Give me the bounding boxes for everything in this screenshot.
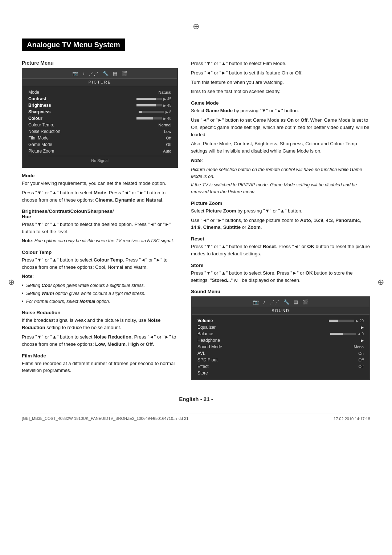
sound-label-store: Store: [197, 370, 208, 376]
colour-bar: [136, 117, 162, 119]
sound-icon-list: ▤: [294, 299, 298, 305]
reset-bold: Reset: [263, 244, 276, 249]
menu-icon-picture: 📷: [72, 71, 78, 76]
menu-label-picturezoom: Picture Zoom: [28, 149, 54, 154]
menu-label-colourtemp: Colour Temp.: [28, 122, 54, 127]
menu-row-filmmode: Film Mode Off: [28, 135, 171, 141]
menu-value-filmmode: Off: [166, 136, 171, 140]
store-heading: Store: [191, 263, 370, 268]
menu-row-noisereduction: Noise Reduction Low: [28, 128, 171, 135]
menu-bar-brightness: ▶ 45: [136, 104, 171, 108]
sound-screen-body: Volume ▶ 20 Equalizer ▶ Balance: [192, 315, 369, 379]
sound-label-avl: AVL: [197, 351, 205, 356]
colour-note-label-p: Note:: [22, 273, 178, 280]
menu-bar-colour: ▶ 40: [136, 117, 171, 121]
colour-temp-p1: Press "▼" or "▲" button to select Colour…: [22, 256, 178, 271]
footer-right: 17.02.2010 14:17:18: [334, 417, 370, 421]
noise-medium: Medium: [107, 341, 126, 347]
menu-icon-tools: 🔧: [103, 71, 109, 76]
contrast-bar: [136, 98, 162, 100]
sound-screen-title: SOUND: [192, 307, 369, 315]
reset-heading: Reset: [191, 236, 370, 242]
page-footer: [GB]_MB35_COST_40882W-1810UK_PANEUIDTV_B…: [22, 413, 370, 421]
stored-bold: Stored...: [212, 278, 231, 283]
sound-icon-sound: ♪: [263, 299, 266, 305]
game-mode-bold: Game Mode: [205, 108, 233, 113]
sound-value-spdif: Off: [359, 358, 364, 362]
balance-bar: [330, 333, 356, 335]
pz-subtitle: Subtitle: [223, 224, 241, 230]
brightness-p1: Press "▼" or "▲" button to select the de…: [22, 221, 178, 235]
film-p2: Press "▼" or "▲" button to select Film M…: [191, 60, 370, 67]
menu-icon-extra: 🎬: [122, 71, 127, 76]
cool-bold: Cool: [41, 283, 52, 288]
game-on: On: [287, 117, 294, 123]
balance-arrow: ◄ 0: [357, 332, 364, 336]
picturezoom-bold: Picture Zoom: [205, 208, 236, 214]
compass-right-icon: ⊕: [377, 278, 384, 287]
sound-menu-heading: Sound Menu: [191, 289, 370, 294]
menu-row-gamemode: Game Mode Off: [28, 141, 171, 148]
store-section: Store Press "▼" or "▲" button to select …: [191, 263, 370, 284]
menu-value-picturezoom: Auto: [163, 149, 171, 153]
mode-heading: Mode: [22, 173, 178, 178]
game-note-1: Picture mode selection button on the rem…: [191, 166, 370, 180]
brightness-note-text: Hue option can only be visible when the …: [34, 238, 174, 243]
pz-169: 16:9: [314, 218, 323, 223]
menu-icon-list: ▤: [113, 71, 117, 76]
colour-arrow: ▶ 40: [163, 117, 171, 121]
pz-149: 14:9: [191, 224, 200, 230]
page-number: English - 21 -: [22, 396, 370, 402]
sound-bar-volume: ▶ 20: [329, 319, 364, 323]
colour-temp-bold: Colour Temp: [94, 257, 123, 263]
film-p3: Press "◄" or "►" button to set this feat…: [191, 69, 370, 77]
menu-label-sharpness: Sharpness: [28, 109, 50, 114]
colour-bullet-1: Setting Cool option gives white colours …: [22, 282, 178, 289]
reset-ok: OK: [307, 244, 314, 249]
menu-screen-body: Mode Natural Contrast ▶ 45 Brightness: [23, 86, 177, 167]
game-p2: Use "◄" or "►" button to set Game Mode a…: [191, 117, 370, 138]
noise-options: Low: [95, 341, 105, 347]
menu-row-colourtemp: Colour Temp. Normal: [28, 122, 171, 128]
game-p1: Select Game Mode by pressing "▼" or "▲" …: [191, 107, 370, 114]
compass-left-icon: ⊕: [8, 278, 15, 287]
pz-panoramic: Panoramic: [335, 218, 360, 223]
film-p5: films to see the fast motion scenes clea…: [191, 88, 370, 95]
menu-icon-settings: ⋰⋰: [89, 71, 98, 76]
menu-label-colour: Colour: [28, 116, 42, 121]
noise-off: Off: [146, 341, 153, 347]
store-ok: OK: [306, 270, 313, 276]
menu-value-gamemode: Off: [166, 142, 171, 147]
menu-label-mode: Mode: [28, 90, 39, 95]
brightness-note: Note: Hue option can only be visible whe…: [22, 238, 178, 244]
picturezoom-p2: Use "◄" or "►" buttons, to change pictur…: [191, 217, 370, 231]
colour-bullet-3: For normal colours, select Normal option…: [22, 298, 178, 305]
menu-label-brightness: Brightness: [28, 103, 51, 108]
noise-reduction-heading: Noise Reduction: [22, 310, 178, 315]
sound-value-effect: Off: [359, 364, 364, 369]
main-title: Analogue TV Menu System: [22, 39, 125, 51]
mode-options: Cinema: [95, 197, 113, 203]
brightness-heading: Brightness/Contrast/Colour/Sharpness/Hue: [22, 208, 178, 219]
game-note-1-text: Picture mode selection button on the rem…: [191, 167, 362, 179]
game-note-label: Note: [191, 158, 201, 163]
sound-icon-picture: 📷: [253, 299, 259, 305]
menu-value-noisereduction: Low: [164, 129, 171, 134]
menu-label-gamemode: Game Mode: [28, 142, 52, 147]
menu-row-sharpness: Sharpness ▶ 8: [28, 109, 171, 115]
noise-p1: If the broadcast signal is weak and the …: [22, 317, 178, 331]
noise-p2: Press "▼" or "▲" button to select Noise …: [22, 333, 178, 348]
reset-p1: Press "▼" or "▲" button to select Reset.…: [191, 243, 370, 258]
noise-high: High: [128, 341, 139, 347]
mode-bold: Mode: [94, 190, 106, 195]
menu-label-filmmode: Film Mode: [28, 135, 49, 141]
volume-bar: [329, 320, 354, 322]
colour-note-label: Note: [22, 274, 32, 279]
brightness-arrow: ▶ 45: [163, 104, 171, 108]
mode-natural: Natural: [146, 197, 162, 203]
brightness-bar: [136, 104, 162, 106]
sound-label-soundmode: Sound Mode: [197, 344, 222, 349]
menu-value-mode: Natural: [159, 90, 171, 94]
menu-row-mode: Mode Natural: [28, 89, 171, 96]
pz-zoom: Zoom: [248, 224, 261, 230]
